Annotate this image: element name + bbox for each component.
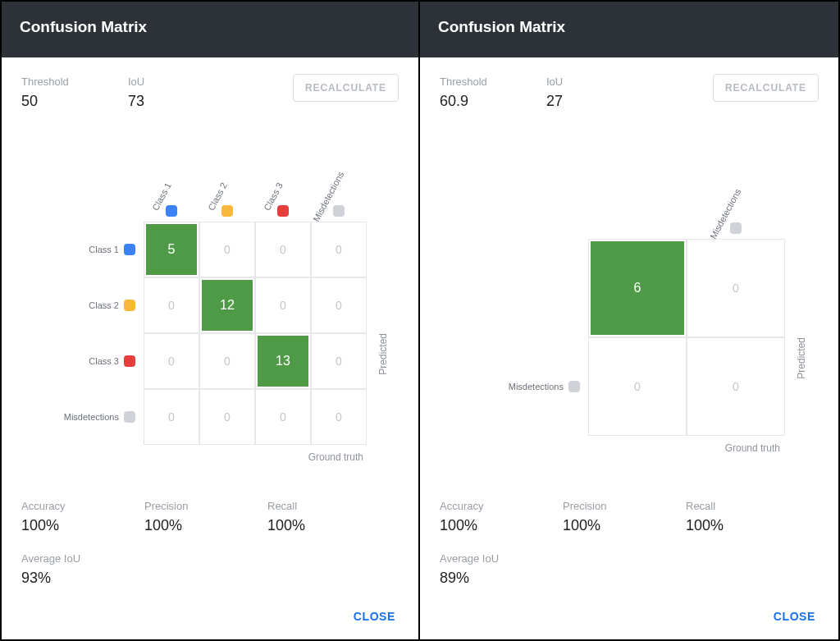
axis-ground-truth-label: Ground truth xyxy=(473,442,785,454)
matrix-row: Misdetections 0 0 0 0 xyxy=(53,389,367,445)
precision-label: Precision xyxy=(144,500,243,512)
axis-predicted-label: Predicted xyxy=(377,333,389,375)
matrix-cell: 0 xyxy=(199,389,255,445)
iou-stat: IoU 73 xyxy=(128,76,202,110)
matrix-cell: 0 xyxy=(255,389,311,445)
col-header: Misdetections xyxy=(687,163,785,239)
accuracy-label: Accuracy xyxy=(440,500,538,512)
panel-title: Confusion Matrix xyxy=(2,2,418,57)
recall-value: 100% xyxy=(686,517,784,534)
matrix-cell: 0 xyxy=(199,222,255,277)
matrix-row: Misdetections 0 0 xyxy=(473,337,785,436)
matrix-cell: 0 xyxy=(199,333,255,389)
confusion-matrix-panel-right: Confusion Matrix Threshold 60.9 IoU 27 R… xyxy=(420,0,840,641)
recall-value: 100% xyxy=(267,517,366,534)
precision-stat: Precision 100% xyxy=(563,500,661,534)
recall-stat: Recall 100% xyxy=(267,500,366,534)
accuracy-stat: Accuracy 100% xyxy=(21,500,120,534)
matrix-cell: 0 xyxy=(144,389,199,445)
recall-label: Recall xyxy=(267,500,366,512)
iou-label: IoU xyxy=(546,76,620,88)
precision-value: 100% xyxy=(144,517,243,534)
panel-title: Confusion Matrix xyxy=(420,2,838,57)
iou-label: IoU xyxy=(128,76,202,88)
row-label-text: Class 3 xyxy=(89,356,119,366)
class-swatch-icon xyxy=(568,381,580,392)
avg-iou-label: Average IoU xyxy=(440,552,819,565)
accuracy-value: 100% xyxy=(440,517,538,534)
confusion-matrix-panel-left: Confusion Matrix Threshold 50 IoU 73 REC… xyxy=(0,0,420,641)
confusion-matrix-grid: Class 1 5 0 0 0 Class 2 0 12 0 0 xyxy=(53,222,367,445)
matrix-cell: 0 xyxy=(588,337,687,436)
close-button[interactable]: CLOSE xyxy=(770,603,819,630)
recall-stat: Recall 100% xyxy=(686,500,784,534)
recalculate-button[interactable]: RECALCULATE xyxy=(713,74,819,102)
matrix-row: Class 3 0 0 13 0 xyxy=(53,333,367,389)
class-swatch-icon xyxy=(124,300,135,311)
avg-iou-label: Average IoU xyxy=(21,552,399,565)
avg-iou-stat: Average IoU 93% xyxy=(21,552,399,587)
avg-iou-value: 89% xyxy=(440,570,819,587)
threshold-stat: Threshold 50 xyxy=(21,76,95,110)
matrix-cell: 0 xyxy=(311,333,367,389)
close-button[interactable]: CLOSE xyxy=(350,603,399,630)
iou-value: 73 xyxy=(128,93,202,110)
accuracy-stat: Accuracy 100% xyxy=(440,500,538,534)
row-label-text: Class 2 xyxy=(89,300,119,310)
iou-value: 27 xyxy=(546,93,620,110)
matrix-cell: 0 xyxy=(687,337,785,436)
matrix-cell: 0 xyxy=(255,222,311,277)
accuracy-label: Accuracy xyxy=(21,500,120,512)
axis-ground-truth-label: Ground truth xyxy=(53,451,367,463)
iou-stat: IoU 27 xyxy=(546,76,620,110)
matrix-cell: 13 xyxy=(255,333,311,389)
accuracy-value: 100% xyxy=(21,517,120,534)
avg-iou-value: 93% xyxy=(21,570,399,587)
confusion-matrix-grid: 6 0 Misdetections 0 0 Predicted xyxy=(473,239,785,436)
matrix-cell: 0 xyxy=(255,277,311,333)
precision-label: Precision xyxy=(563,500,661,512)
matrix-row: Class 2 0 12 0 0 xyxy=(53,277,367,333)
col-header: Misdetections xyxy=(311,154,367,222)
threshold-stat: Threshold 60.9 xyxy=(440,76,514,110)
matrix-cell: 0 xyxy=(144,333,199,389)
class-swatch-icon xyxy=(124,411,135,423)
precision-value: 100% xyxy=(563,517,661,534)
matrix-cell: 0 xyxy=(311,277,367,333)
threshold-value: 60.9 xyxy=(440,93,514,110)
threshold-label: Threshold xyxy=(21,76,95,88)
matrix-cell: 0 xyxy=(144,277,199,333)
avg-iou-stat: Average IoU 89% xyxy=(440,552,819,587)
row-label-text: Misdetections xyxy=(509,382,564,391)
matrix-cell: 12 xyxy=(199,277,255,333)
class-swatch-icon xyxy=(124,355,135,367)
row-label-text: Class 1 xyxy=(89,245,119,254)
matrix-cell: 0 xyxy=(687,239,785,337)
precision-stat: Precision 100% xyxy=(144,500,243,534)
matrix-row: 6 0 xyxy=(473,239,785,337)
threshold-label: Threshold xyxy=(440,76,514,88)
row-label-text: Misdetections xyxy=(64,412,119,422)
threshold-value: 50 xyxy=(21,93,95,110)
recall-label: Recall xyxy=(686,500,784,512)
matrix-cell: 0 xyxy=(311,222,367,277)
col-header xyxy=(588,163,687,239)
recalculate-button[interactable]: RECALCULATE xyxy=(293,74,399,102)
class-swatch-icon xyxy=(124,244,135,255)
matrix-cell: 6 xyxy=(588,239,687,337)
matrix-cell: 5 xyxy=(144,222,199,277)
matrix-row: Class 1 5 0 0 0 xyxy=(53,222,367,277)
matrix-cell: 0 xyxy=(311,389,367,445)
axis-predicted-label: Predicted xyxy=(796,337,807,379)
